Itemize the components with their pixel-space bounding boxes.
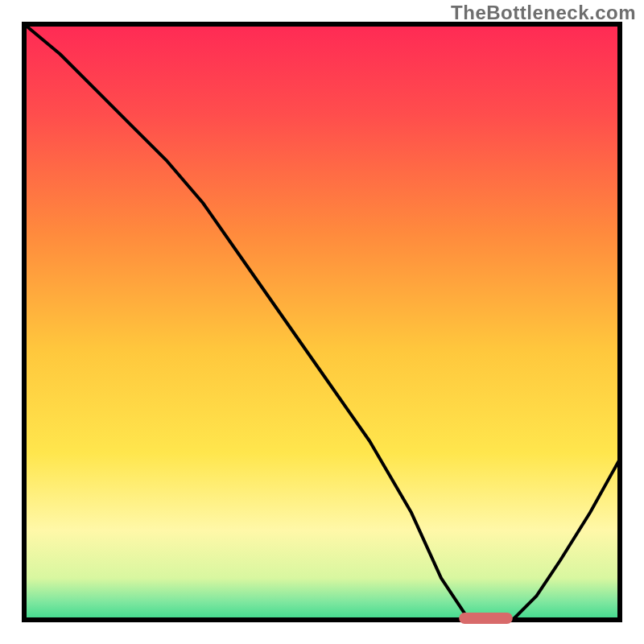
svg-rect-0 — [24, 24, 620, 620]
optimal-marker — [459, 613, 513, 624]
chart-container: TheBottleneck.com — [0, 0, 644, 644]
bottleneck-chart — [0, 0, 644, 644]
plot-frame — [24, 24, 620, 620]
